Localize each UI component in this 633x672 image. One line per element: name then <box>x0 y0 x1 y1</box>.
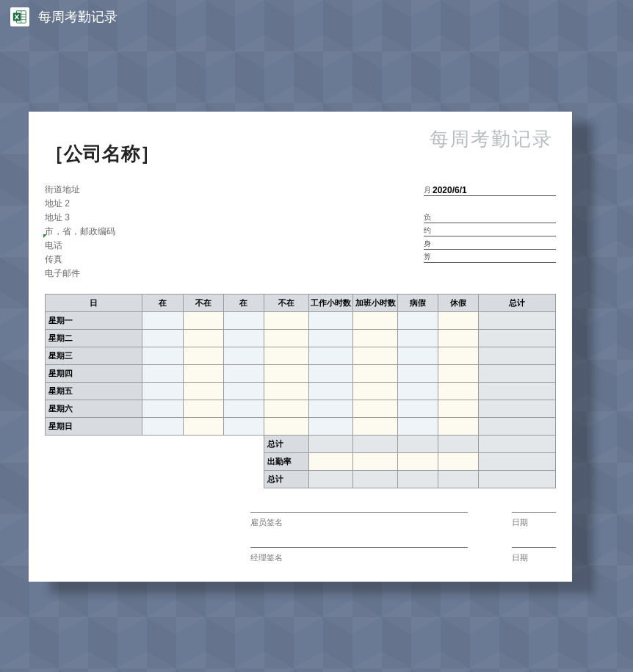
cell-in1[interactable] <box>142 418 183 436</box>
address-phone: 电话 <box>45 239 265 253</box>
table-row: 星期四 <box>46 365 556 383</box>
cell-sick[interactable] <box>397 400 438 418</box>
cell-out1[interactable] <box>183 347 223 365</box>
sum-work <box>308 436 353 453</box>
info-line-2: 负 <box>424 210 556 223</box>
cell-in2[interactable] <box>223 365 264 383</box>
cell-sick[interactable] <box>397 347 438 365</box>
cell-in2[interactable] <box>223 347 264 365</box>
cell-vac[interactable] <box>438 347 479 365</box>
employee-sign-label: 雇员签名 <box>250 517 468 528</box>
manager-sign-label: 经理签名 <box>250 552 468 563</box>
cell-vac[interactable] <box>438 418 479 436</box>
th-total: 总计 <box>479 295 556 312</box>
cell-ot[interactable] <box>353 383 398 400</box>
address-block: 街道地址 地址 2 地址 3 市，省，邮政编码 电话 传真 电子邮件 <box>45 183 265 281</box>
th-in2: 在 <box>223 295 264 312</box>
rate-sick[interactable] <box>397 453 438 471</box>
date-prefix: 月 <box>424 185 431 195</box>
table-header-row: 日 在 不在 在 不在 工作小时数 加班小时数 病假 休假 总计 <box>46 295 556 312</box>
employee-sign-line <box>250 512 468 513</box>
cell-ot[interactable] <box>353 347 398 365</box>
cell-work[interactable] <box>308 312 353 330</box>
cell-sick[interactable] <box>397 330 438 347</box>
cell-out2[interactable] <box>264 365 308 383</box>
cell-in2[interactable] <box>223 400 264 418</box>
cell-work[interactable] <box>308 400 353 418</box>
table-row: 星期一 <box>46 312 556 330</box>
rate-work[interactable] <box>308 453 353 471</box>
day-label: 星期五 <box>46 383 142 400</box>
date-value: 2020/6/1 <box>433 185 467 195</box>
rate-vac[interactable] <box>438 453 479 471</box>
grand-vac <box>438 471 479 488</box>
cell-in2[interactable] <box>223 330 264 347</box>
cell-in1[interactable] <box>142 365 183 383</box>
info-line-3: 约 <box>424 223 556 236</box>
cell-in1[interactable] <box>142 330 183 347</box>
cell-ot[interactable] <box>353 312 398 330</box>
day-label: 星期二 <box>46 330 142 347</box>
cell-total <box>479 330 556 347</box>
cell-in1[interactable] <box>142 383 183 400</box>
sum-total-label: 总计 <box>264 436 308 453</box>
cell-in1[interactable] <box>142 347 183 365</box>
cell-vac[interactable] <box>438 312 479 330</box>
cell-sick[interactable] <box>397 365 438 383</box>
grand-sick <box>397 471 438 488</box>
cell-out1[interactable] <box>183 312 223 330</box>
cell-ot[interactable] <box>353 418 398 436</box>
cell-work[interactable] <box>308 418 353 436</box>
cell-out2[interactable] <box>264 347 308 365</box>
day-label: 星期三 <box>46 347 142 365</box>
cell-ot[interactable] <box>353 400 398 418</box>
cell-out1[interactable] <box>183 400 223 418</box>
cell-ot[interactable] <box>353 365 398 383</box>
day-label: 星期日 <box>46 418 142 436</box>
cell-sick[interactable] <box>397 383 438 400</box>
cell-work[interactable] <box>308 330 353 347</box>
cell-work[interactable] <box>308 347 353 365</box>
cell-out2[interactable] <box>264 400 308 418</box>
cell-vac[interactable] <box>438 365 479 383</box>
cell-indicator-icon <box>43 234 47 238</box>
table-body: 星期一 星期二 星期三 <box>46 312 556 488</box>
th-ot: 加班小时数 <box>353 295 398 312</box>
summary-row-total: 总计 <box>46 436 556 453</box>
cell-in1[interactable] <box>142 312 183 330</box>
cell-in2[interactable] <box>223 418 264 436</box>
cell-vac[interactable] <box>438 383 479 400</box>
rate-ot[interactable] <box>353 453 398 471</box>
app-header: 每周考勤记录 <box>0 0 633 34</box>
cell-out2[interactable] <box>264 383 308 400</box>
signature-block: 雇员签名 日期 经理签名 日期 <box>250 512 556 563</box>
cell-in2[interactable] <box>223 312 264 330</box>
cell-out1[interactable] <box>183 383 223 400</box>
watermark-title: 每周考勤记录 <box>430 126 553 152</box>
table-row: 星期五 <box>46 383 556 400</box>
cell-out2[interactable] <box>264 330 308 347</box>
cell-out2[interactable] <box>264 312 308 330</box>
address-email: 电子邮件 <box>45 267 265 281</box>
info-line-4-prefix: 身 <box>424 239 431 249</box>
cell-out1[interactable] <box>183 418 223 436</box>
cell-total <box>479 365 556 383</box>
cell-ot[interactable] <box>353 330 398 347</box>
address-line3: 地址 3 <box>45 211 265 225</box>
cell-sick[interactable] <box>397 418 438 436</box>
rate-total <box>479 453 556 471</box>
cell-out2[interactable] <box>264 418 308 436</box>
cell-vac[interactable] <box>438 400 479 418</box>
cell-in1[interactable] <box>142 400 183 418</box>
sum-ot <box>353 436 398 453</box>
cell-work[interactable] <box>308 365 353 383</box>
cell-out1[interactable] <box>183 330 223 347</box>
cell-total <box>479 312 556 330</box>
address-line2: 地址 2 <box>45 197 265 211</box>
address-fax: 传真 <box>45 253 265 267</box>
cell-vac[interactable] <box>438 330 479 347</box>
cell-out1[interactable] <box>183 365 223 383</box>
cell-work[interactable] <box>308 383 353 400</box>
cell-sick[interactable] <box>397 312 438 330</box>
cell-in2[interactable] <box>223 383 264 400</box>
